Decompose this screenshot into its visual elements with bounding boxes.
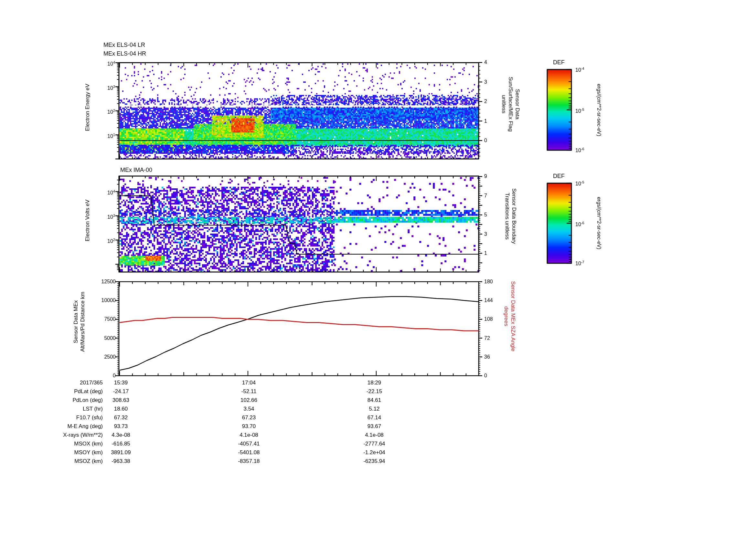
table-cell: 4.1e-08 (220, 432, 278, 438)
table-row-label: F10.7 (sfu) (6, 415, 103, 420)
table-cell: 3.54 (220, 406, 278, 412)
table-row-label: MSOX (km) (6, 441, 103, 447)
x-axis-time-label: 18:29 (345, 380, 403, 386)
table-cell: 4.1e-08 (345, 432, 403, 438)
ima-title: MEx IMA-00 (120, 167, 152, 173)
orbit-right-tick-label: 72 (484, 335, 503, 341)
table-cell: -8357.18 (220, 458, 278, 464)
table-cell: -1.2e+04 (345, 449, 403, 455)
orbit-left-tick-label: 5000 (68, 335, 116, 341)
x-axis-time-label: 17:04 (220, 380, 278, 386)
table-row-label: 2017/365 (6, 380, 103, 386)
ima-y-tick-label: 104 (83, 188, 115, 196)
orbit-right-tick-label: 0 (484, 373, 503, 379)
colorbar1-def-title: DEF (539, 59, 578, 66)
els-y-tick-label: 101 (83, 132, 115, 139)
table-row-label: PdLon (deg) (6, 397, 103, 403)
table-cell: -4057.41 (220, 441, 278, 447)
table-row-label: LST (hr) (6, 406, 103, 412)
ima-y-tick-label: 103 (83, 213, 115, 220)
colorbar-tick-label: 10-4 (575, 65, 605, 73)
table-row-label: X-rays (W/m**2) (6, 432, 103, 438)
colorbar-tick-label: 10-6 (575, 220, 605, 227)
table-row-label: MSOY (km) (6, 449, 103, 455)
table-cell: 5.12 (345, 406, 403, 412)
els-y-tick-label: 102 (83, 108, 115, 115)
orbit-right-tick-label: 108 (484, 316, 503, 322)
table-cell: 4.3e-08 (92, 432, 150, 438)
els-right-tick-label: 0 (484, 138, 503, 143)
orbit-left-tick-label: 7500 (68, 316, 116, 322)
orbit-left-tick-label: 12500 (68, 279, 116, 285)
table-cell: 3891.09 (92, 449, 150, 455)
table-cell: 67.14 (345, 415, 403, 420)
ima-y-tick-label: 102 (83, 237, 115, 244)
orbit-left-tick-label: 0 (68, 373, 116, 379)
orbit-left-tick-label: 2500 (68, 354, 116, 360)
table-cell: -52.11 (220, 388, 278, 394)
els-right-tick-label: 1 (484, 118, 503, 124)
ima-right-tick-label: 3 (484, 231, 503, 237)
x-axis-time-label: 15:39 (92, 380, 150, 386)
table-cell: -22.15 (345, 388, 403, 394)
els-title-hr: MEx ELS-04 HR (103, 50, 146, 57)
table-cell: -2777.64 (345, 441, 403, 447)
table-cell: 67.23 (220, 415, 278, 420)
colorbar-tick-label: 10-5 (575, 107, 605, 114)
els-right-tick-label: 3 (484, 79, 503, 85)
els-right-tick-label: 2 (484, 98, 503, 104)
ima-right-tick-label: 9 (484, 173, 503, 179)
els-y-tick-label: 103 (83, 84, 115, 91)
colorbar-tick-label: 10-7 (575, 259, 605, 267)
colorbar-tick-label: 10-5 (575, 179, 605, 187)
table-cell: 67.32 (92, 415, 150, 420)
orbit-right-axis-label: Sensor Data MEx SZA Angle degrees (503, 281, 517, 352)
colorbar2-def-title: DEF (539, 173, 578, 180)
mex-data-display: MEx ELS-04 LR MEx ELS-04 HR MEx IMA-00 E… (0, 0, 756, 534)
els-title-lr: MEx ELS-04 LR (103, 42, 145, 48)
orbit-right-tick-label: 36 (484, 354, 503, 360)
ima-right-axis-label: Sensor Data Boundary Transitions unitles… (504, 181, 518, 252)
table-cell: 93.67 (345, 423, 403, 429)
table-cell: 84.61 (345, 397, 403, 403)
table-cell: -5401.08 (220, 449, 278, 455)
table-cell: 93.73 (92, 423, 150, 429)
table-cell: -963.38 (92, 458, 150, 464)
table-row-label: M-E Ang (deg) (6, 423, 103, 429)
table-row-label: PdLat (deg) (6, 388, 103, 394)
table-cell: 308.63 (92, 397, 150, 403)
table-row-label: MSOZ (km) (6, 458, 103, 464)
ima-right-tick-label: 1 (484, 250, 503, 256)
table-cell: -24.17 (92, 388, 150, 394)
table-cell: 18.60 (92, 406, 150, 412)
orbit-left-tick-label: 10000 (68, 297, 116, 303)
table-cell: -616.85 (92, 441, 150, 447)
table-cell: 102.66 (220, 397, 278, 403)
ima-right-tick-label: 7 (484, 193, 503, 199)
els-right-tick-label: 4 (484, 60, 503, 65)
table-cell: 93.70 (220, 423, 278, 429)
els-y-tick-label: 104 (83, 60, 115, 67)
table-cell: -6235.94 (345, 458, 403, 464)
colorbar-tick-label: 10-6 (575, 146, 605, 153)
orbit-right-tick-label: 144 (484, 297, 503, 303)
ima-right-tick-label: 5 (484, 212, 503, 218)
orbit-right-tick-label: 180 (484, 279, 503, 285)
